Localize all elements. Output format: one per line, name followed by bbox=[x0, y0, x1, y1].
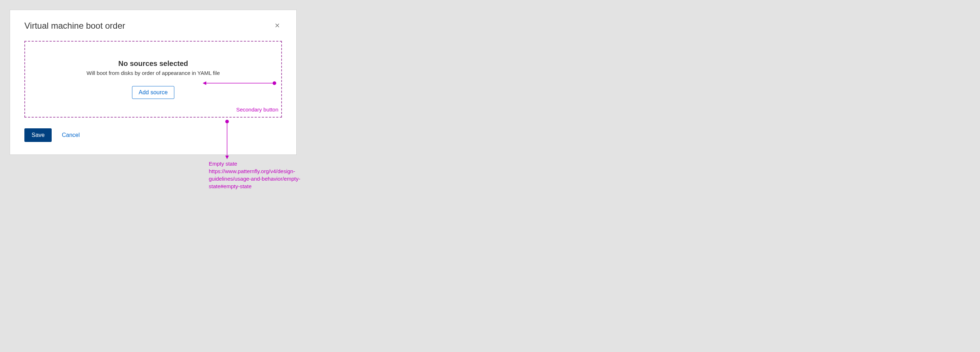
annotation-empty-state-link-line2: guidelines/usage-and-behavior/empty- bbox=[209, 175, 317, 182]
svg-point-2 bbox=[273, 81, 276, 85]
empty-state-title: No sources selected bbox=[32, 60, 274, 68]
modal-footer: Save Cancel bbox=[24, 128, 282, 142]
empty-state-container: No sources selected Will boot from disks… bbox=[24, 41, 282, 117]
annotation-arrow-secondary bbox=[203, 81, 278, 86]
svg-marker-1 bbox=[203, 81, 206, 85]
annotation-empty-state-title: Empty state bbox=[209, 160, 317, 167]
modal-header: Virtual machine boot order bbox=[24, 21, 282, 31]
add-source-button[interactable]: Add source bbox=[132, 86, 175, 99]
close-button[interactable] bbox=[273, 21, 282, 30]
boot-order-modal: Virtual machine boot order No sources se… bbox=[10, 10, 297, 155]
empty-state-description: Will boot from disks by order of appeara… bbox=[32, 70, 274, 76]
annotation-empty-state-link-line1: https://www.patternfly.org/v4/design- bbox=[209, 167, 317, 175]
modal-title: Virtual machine boot order bbox=[24, 21, 125, 31]
annotation-empty-state-text: Empty state https://www.patternfly.org/v… bbox=[209, 160, 317, 190]
save-button[interactable]: Save bbox=[24, 128, 52, 142]
annotation-empty-state-link-line3: state#empty-state bbox=[209, 182, 317, 190]
svg-marker-5 bbox=[225, 155, 229, 159]
close-icon bbox=[274, 22, 280, 29]
annotation-label-secondary: Secondary button bbox=[236, 106, 278, 113]
cancel-button[interactable]: Cancel bbox=[62, 132, 80, 138]
